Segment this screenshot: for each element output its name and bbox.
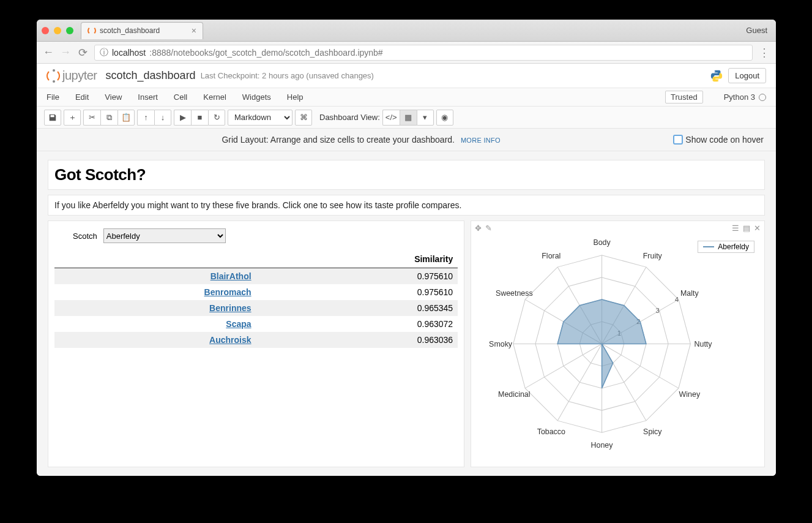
jupyter-orbit-icon [47,69,60,83]
browser-window: scotch_dashboard × Guest ← → ⟳ ⓘ localho… [37,20,776,476]
svg-line-22 [525,344,602,388]
view-dropdown-button[interactable]: ▾ [417,110,434,126]
toolbar: ＋ ✂ ⧉ 📋 ↑ ↓ ▶ ■ ↻ Markdown ⌘ Dashboard V… [37,107,776,129]
table-cell[interactable]: Scotch Aberfeldy Similarity BlairAthol0.… [48,220,464,467]
legend-label: Aberfeldy [718,243,749,251]
similarity-table-body: BlairAthol0.975610Benromach0.975610Benri… [54,268,458,348]
save-button[interactable] [44,110,61,126]
radar-chart: BodyFruityMaltyNuttyWineySpicyHoneyTobac… [474,224,762,464]
jupyter-favicon-icon [88,26,96,35]
run-button[interactable]: ▶ [174,110,191,126]
cell-type-select[interactable]: Markdown [228,110,292,126]
jupyter-logo[interactable]: jupyter [47,69,97,83]
notebook-header: jupyter scotch_dashboard Last Checkpoint… [37,64,776,88]
more-info-link[interactable]: MORE INFO [461,137,501,144]
tab-close-icon[interactable]: × [192,26,196,36]
move-group: ↑ ↓ [137,110,171,126]
svg-point-1 [718,79,720,80]
svg-text:Sweetness: Sweetness [496,289,533,298]
menu-edit[interactable]: Edit [75,92,89,102]
checkbox-icon[interactable] [673,135,683,145]
browser-menu-icon[interactable]: ⋮ [759,46,770,59]
window-controls [42,27,73,34]
address-bar: ← → ⟳ ⓘ localhost:8888/notebooks/got_sco… [37,42,776,64]
move-down-button[interactable]: ↓ [154,110,171,126]
profile-label[interactable]: Guest [746,26,767,35]
info-icon[interactable]: ⓘ [100,47,108,58]
view-grid-button[interactable]: ▦ [400,110,417,126]
url-host: localhost [112,48,146,58]
picker-label: Scotch [73,231,97,241]
close-window-icon[interactable] [42,27,49,34]
brand-link[interactable]: Benrinnes [209,303,251,313]
move-handle-icon[interactable]: ✥ [475,224,482,233]
menu-file[interactable]: File [47,92,59,102]
zoom-window-icon[interactable] [66,27,73,34]
show-code-toggle[interactable]: Show code on hover [673,135,764,145]
chart-cell[interactable]: ✥ ✎ ☰ ▤ ✕ Aberfeldy BodyFruityMaltyNutty… [471,220,765,467]
tab-strip: scotch_dashboard × Guest [37,20,776,42]
kernel-name: Python 3 [724,92,755,102]
menu-view[interactable]: View [105,92,122,102]
edit-cell-icon[interactable]: ✎ [485,224,492,233]
trusted-badge[interactable]: Trusted [665,91,703,103]
url-field[interactable]: ⓘ localhost:8888/notebooks/got_scotch_de… [94,45,753,61]
menu-cell[interactable]: Cell [174,92,187,102]
menu-widgets[interactable]: Widgets [242,92,271,102]
svg-text:Spicy: Spicy [643,427,662,436]
cut-button[interactable]: ✂ [83,110,100,126]
url-path: :8888/notebooks/got_scotch_demo/scotch_d… [149,48,382,58]
tool-list-icon[interactable]: ☰ [732,224,739,233]
minimize-window-icon[interactable] [54,27,61,34]
restart-button[interactable]: ↻ [208,110,225,126]
stop-button[interactable]: ■ [191,110,208,126]
page-subtitle: If you like Aberfeldy you might want to … [54,200,461,210]
menu-insert[interactable]: Insert [138,92,158,102]
nav-back-icon[interactable]: ← [43,46,54,59]
svg-text:3: 3 [656,307,660,314]
notebook-app: jupyter scotch_dashboard Last Checkpoint… [37,64,776,476]
col-similarity: Similarity [256,250,458,268]
title-cell[interactable]: Got Scotch? [48,160,765,190]
view-code-button[interactable]: </> [382,110,400,126]
svg-text:Tobacco: Tobacco [537,427,565,436]
scotch-select[interactable]: Aberfeldy [103,228,226,243]
similarity-value: 0.975610 [256,284,458,300]
move-up-button[interactable]: ↑ [137,110,154,126]
brand-link[interactable]: Benromach [204,287,251,297]
view-app-button[interactable]: ◉ [436,110,453,126]
notebook-title[interactable]: scotch_dashboard [106,69,196,82]
table-row: Benrinnes0.965345 [54,300,458,316]
tool-grid-icon[interactable]: ▤ [743,224,750,233]
dashboard-area: Got Scotch? If you like Aberfeldy you mi… [37,151,776,476]
menu-kernel[interactable]: Kernel [203,92,226,102]
svg-text:Fruity: Fruity [643,252,663,260]
subtitle-cell[interactable]: If you like Aberfeldy you might want to … [48,195,765,216]
browser-tab[interactable]: scotch_dashboard × [81,22,203,39]
tool-close-icon[interactable]: ✕ [754,224,761,233]
svg-text:Winey: Winey [679,390,701,399]
svg-text:4: 4 [675,296,679,303]
similarity-value: 0.963036 [256,332,458,348]
svg-text:Body: Body [594,238,611,247]
brand-link[interactable]: Scapa [226,319,251,329]
svg-text:Malty: Malty [680,289,699,298]
dashboard-view-buttons: </> ▦ ▾ [382,110,434,126]
reload-icon[interactable]: ⟳ [77,46,88,59]
copy-button[interactable]: ⧉ [100,110,117,126]
command-palette-button[interactable]: ⌘ [295,110,312,126]
checkpoint-status: Last Checkpoint: 2 hours ago (unsaved ch… [201,71,374,80]
paste-button[interactable]: 📋 [117,110,135,126]
kernel-status-icon [759,94,766,101]
menu-help[interactable]: Help [287,92,304,102]
svg-text:Smoky: Smoky [489,340,513,348]
nav-forward-icon: → [60,46,71,59]
logout-button[interactable]: Logout [728,68,766,83]
brand-link[interactable]: Auchroisk [209,335,251,345]
run-group: ▶ ■ ↻ [174,110,225,126]
svg-line-20 [557,344,602,421]
kernel-indicator[interactable]: Python 3 [724,92,766,102]
add-cell-button[interactable]: ＋ [64,110,81,126]
menubar: File Edit View Insert Cell Kernel Widget… [37,88,776,107]
brand-link[interactable]: BlairAthol [210,271,251,281]
